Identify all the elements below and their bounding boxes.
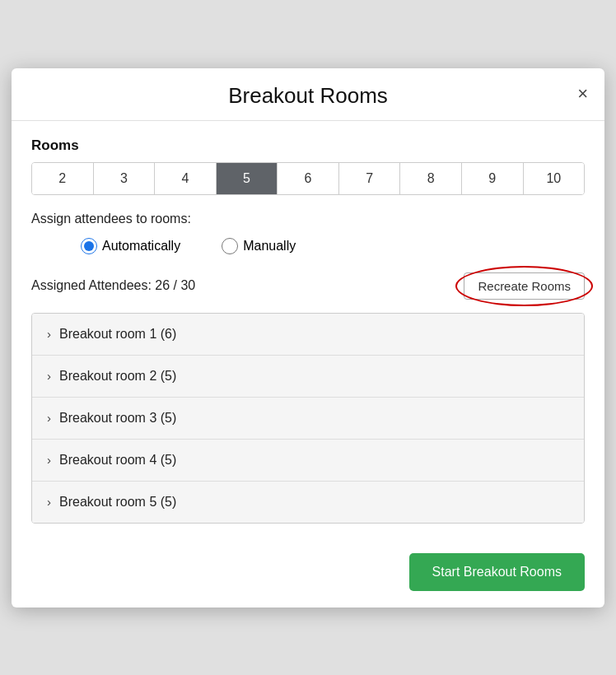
- room-cell-3[interactable]: 3: [94, 163, 156, 194]
- assign-label: Assign attendees to rooms:: [31, 212, 585, 226]
- radio-automatically-input[interactable]: [81, 238, 97, 254]
- attendees-row: Assigned Attendees: 26 / 30 Recreate Roo…: [31, 272, 585, 300]
- chevron-icon: ›: [47, 495, 51, 509]
- modal-header: Breakout Rooms ×: [12, 68, 604, 121]
- chevron-icon: ›: [47, 369, 51, 383]
- list-item[interactable]: › Breakout room 3 (5): [32, 398, 584, 440]
- modal-body: Rooms 2 3 4 5 6 7 8 9 10 Assign attendee…: [12, 121, 604, 540]
- recreate-rooms-button[interactable]: Recreate Rooms: [464, 272, 585, 300]
- rooms-label: Rooms: [31, 137, 585, 154]
- rooms-grid: 2 3 4 5 6 7 8 9 10: [31, 162, 585, 195]
- room-item-label: Breakout room 2 (5): [59, 369, 176, 384]
- room-cell-10[interactable]: 10: [524, 163, 585, 194]
- room-cell-6[interactable]: 6: [278, 163, 339, 194]
- room-item-label: Breakout room 3 (5): [59, 411, 176, 426]
- breakout-rooms-modal: Breakout Rooms × Rooms 2 3 4 5 6 7 8 9 1…: [12, 68, 604, 608]
- rooms-list: › Breakout room 1 (6) › Breakout room 2 …: [31, 313, 585, 524]
- room-cell-7[interactable]: 7: [339, 163, 401, 194]
- modal-footer: Start Breakout Rooms: [12, 540, 604, 608]
- modal-title: Breakout Rooms: [228, 83, 388, 109]
- list-item[interactable]: › Breakout room 2 (5): [32, 356, 584, 398]
- radio-automatically-label: Automatically: [102, 239, 180, 254]
- room-cell-4[interactable]: 4: [155, 163, 217, 194]
- room-cell-8[interactable]: 8: [400, 163, 462, 194]
- chevron-icon: ›: [47, 411, 51, 425]
- radio-automatically[interactable]: Automatically: [81, 238, 180, 254]
- radio-manually-label: Manually: [243, 239, 296, 254]
- chevron-icon: ›: [47, 327, 51, 341]
- assign-radio-group: Automatically Manually: [31, 238, 585, 254]
- attendees-text: Assigned Attendees: 26 / 30: [31, 278, 195, 293]
- list-item[interactable]: › Breakout room 1 (6): [32, 314, 584, 356]
- close-button[interactable]: ×: [577, 85, 588, 103]
- list-item[interactable]: › Breakout room 4 (5): [32, 440, 584, 482]
- list-item[interactable]: › Breakout room 5 (5): [32, 482, 584, 523]
- room-item-label: Breakout room 1 (6): [59, 327, 176, 342]
- room-cell-5[interactable]: 5: [217, 163, 278, 194]
- room-item-label: Breakout room 5 (5): [59, 495, 176, 510]
- room-cell-2[interactable]: 2: [32, 163, 94, 194]
- chevron-icon: ›: [47, 453, 51, 467]
- recreate-btn-wrapper: Recreate Rooms: [464, 272, 585, 300]
- room-cell-9[interactable]: 9: [462, 163, 524, 194]
- radio-manually[interactable]: Manually: [222, 238, 296, 254]
- radio-manually-input[interactable]: [222, 238, 238, 254]
- start-breakout-rooms-button[interactable]: Start Breakout Rooms: [409, 553, 585, 591]
- room-item-label: Breakout room 4 (5): [59, 453, 176, 468]
